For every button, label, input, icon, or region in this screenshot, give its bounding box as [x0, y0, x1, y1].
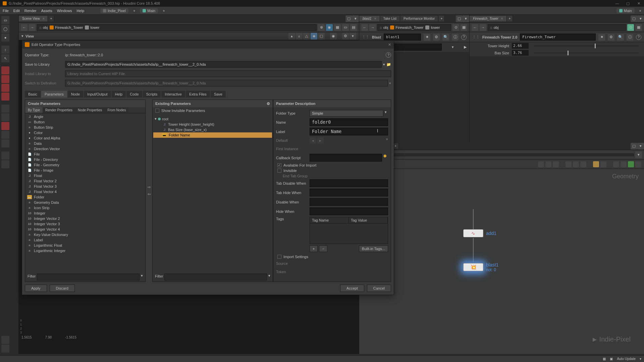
tab-take-list[interactable]: Take List	[380, 16, 400, 21]
tool-select[interactable]: ▭	[1, 16, 9, 24]
desktop-add-1[interactable]: +	[133, 9, 135, 13]
maximize-button[interactable]: ▢	[623, 0, 633, 7]
nt-12[interactable]	[635, 161, 641, 167]
tab-perf-mon[interactable]: Performance Monitor	[400, 16, 438, 21]
nt-10[interactable]	[621, 161, 627, 167]
menu-edit[interactable]: Edit	[13, 9, 20, 13]
tab-disable-input[interactable]	[310, 179, 388, 187]
param-type-item[interactable]: 10Integer Vector 4	[26, 227, 145, 232]
group-menu-icon[interactable]: ▾	[452, 45, 454, 49]
apply-button[interactable]: Apply	[25, 285, 47, 292]
node-blast1[interactable]: 💥 blast1 not: 0	[463, 262, 498, 272]
group-arrow-icon[interactable]: ▶	[464, 45, 467, 49]
ptab-by-type[interactable]: By Type	[25, 107, 43, 113]
menu-assets[interactable]: Assets	[41, 9, 52, 13]
param-type-item[interactable]: ≡Button Strip	[26, 125, 145, 130]
collapse-icon[interactable]: ▾	[155, 117, 157, 121]
arrow-right-icon[interactable]: ⇨	[148, 185, 151, 189]
path-input[interactable]: ⌂obj Firewatch_Tower tower	[37, 24, 317, 31]
gear-icon[interactable]: ✷	[598, 34, 605, 41]
search-icon[interactable]: 🔍	[442, 34, 449, 41]
nt-2[interactable]	[545, 161, 551, 167]
view-menu2-icon[interactable]: ▾	[350, 33, 356, 40]
menu-file[interactable]: File	[3, 9, 9, 13]
tower-height-slider[interactable]	[534, 45, 639, 47]
tags-table[interactable]: Tag NameTag Value	[310, 217, 388, 244]
view-menu-icon[interactable]: ▾	[21, 34, 23, 38]
menu-windows[interactable]: Windows	[57, 9, 72, 13]
dtab-help[interactable]: Help	[112, 91, 126, 98]
gear2-icon[interactable]: ⚙	[608, 34, 614, 41]
close-icon[interactable]: ×	[374, 17, 376, 20]
tree-item-base-size[interactable]: .2 Bas Size (base_size_x)	[153, 127, 272, 132]
param-type-item[interactable]: ≡Data	[26, 141, 145, 146]
cam-icon-3[interactable]: △	[303, 33, 310, 40]
dropdown-icon[interactable]: ▾	[383, 62, 385, 67]
import-settings-checkbox[interactable]	[277, 255, 281, 259]
close-icon[interactable]: ×	[43, 17, 45, 20]
nt-9[interactable]	[613, 161, 619, 167]
param-type-item[interactable]: 📄File - Geometry	[26, 162, 145, 168]
filter-dropdown-icon[interactable]: ▾	[267, 274, 272, 281]
existing-params-tree[interactable]: ▾ root .2 Tower Height (tower_height) .2…	[153, 115, 273, 273]
nt-3[interactable]	[553, 161, 559, 167]
nt-8[interactable]	[600, 161, 606, 167]
param-type-item[interactable]: 10Integer	[26, 210, 145, 216]
pane-max-icon[interactable]: ▢	[345, 15, 352, 22]
tool-7[interactable]	[1, 122, 9, 130]
view-opts-icon[interactable]: ⚙	[342, 33, 349, 40]
accept-button[interactable]: Accept	[340, 285, 364, 292]
minimize-button[interactable]: —	[612, 0, 623, 7]
nav-fwd-icon[interactable]: →	[29, 24, 36, 31]
cam-icon-4[interactable]: ◈	[311, 33, 317, 40]
dtab-scripts[interactable]: Scripts	[143, 91, 161, 98]
dtab-extra[interactable]: Extra Files	[186, 91, 210, 98]
dtab-save[interactable]: Save	[211, 91, 226, 98]
desktop-selector-1[interactable]: Indie_Pixel	[100, 8, 128, 13]
existing-filter-input[interactable]	[164, 274, 267, 281]
dialog-titlebar[interactable]: Edit Operator Type Properties ✕	[22, 41, 394, 49]
help-icon[interactable]: ?	[636, 35, 641, 40]
param-type-item[interactable]: ≡Geometry Data	[26, 200, 145, 205]
ptab-render[interactable]: Render Properties	[43, 107, 75, 113]
gear2-icon[interactable]: ⚙	[433, 34, 440, 41]
path-input[interactable]: ⌂obj	[488, 24, 626, 31]
dialog-close-icon[interactable]: ✕	[388, 43, 391, 47]
desktop-add-2[interactable]: +	[163, 9, 165, 13]
tool-5[interactable]	[1, 105, 9, 113]
hide-when-input[interactable]	[310, 207, 388, 215]
bas-size-slider[interactable]	[534, 52, 639, 54]
nt-6[interactable]	[580, 161, 586, 167]
param-type-item[interactable]: 📄File - Directory	[26, 157, 145, 162]
dropdown-icon[interactable]: ▾	[389, 81, 391, 85]
tab-add[interactable]: +	[438, 16, 445, 21]
tool-brush[interactable]: ●	[1, 34, 9, 42]
tab-firewatch[interactable]: Firewatch_Tower×	[470, 16, 507, 21]
asset-path-input[interactable]	[361, 154, 634, 156]
tool-10[interactable]	[1, 152, 9, 160]
info-icon[interactable]: ⓘ	[452, 34, 459, 41]
tree-item-tower-height[interactable]: .2 Tower Height (tower_height)	[153, 122, 272, 127]
nt-5[interactable]	[573, 161, 579, 167]
param-type-item[interactable]: ≡Logarithmic Float	[26, 243, 145, 248]
follow-icon[interactable]: ▦	[461, 24, 467, 31]
tool-13[interactable]	[1, 345, 9, 353]
nav-back-icon[interactable]: ←	[472, 24, 478, 31]
tool-8[interactable]	[1, 131, 9, 139]
nav-fwd-icon[interactable]: →	[480, 24, 486, 31]
snap-icon[interactable]: ⊕	[318, 24, 325, 31]
tab-scene-view[interactable]: Scene View×	[19, 16, 48, 21]
gear-icon[interactable]: ⚙	[267, 102, 270, 106]
view-icon[interactable]: ◉	[326, 24, 333, 31]
param-type-item[interactable]: 10Integer Vector 2	[26, 216, 145, 221]
param-type-item[interactable]: .2Angle	[26, 114, 145, 119]
tree-root[interactable]: ▾ root	[153, 116, 272, 122]
path-input[interactable]: ⌂obj Firewatch_Tower tower	[377, 24, 451, 31]
param-type-item[interactable]: ≡Logarithmic Integer	[26, 248, 145, 253]
param-type-item[interactable]: .2Float Vector 2	[26, 178, 145, 184]
handle-icon[interactable]: ⋮⋮	[472, 35, 480, 39]
bas-size-input[interactable]: 3.76	[512, 50, 529, 56]
cam-icon-1[interactable]: ▴	[288, 33, 295, 40]
name-input[interactable]	[310, 118, 388, 126]
param-type-item[interactable]: ▬Folder	[26, 194, 145, 200]
